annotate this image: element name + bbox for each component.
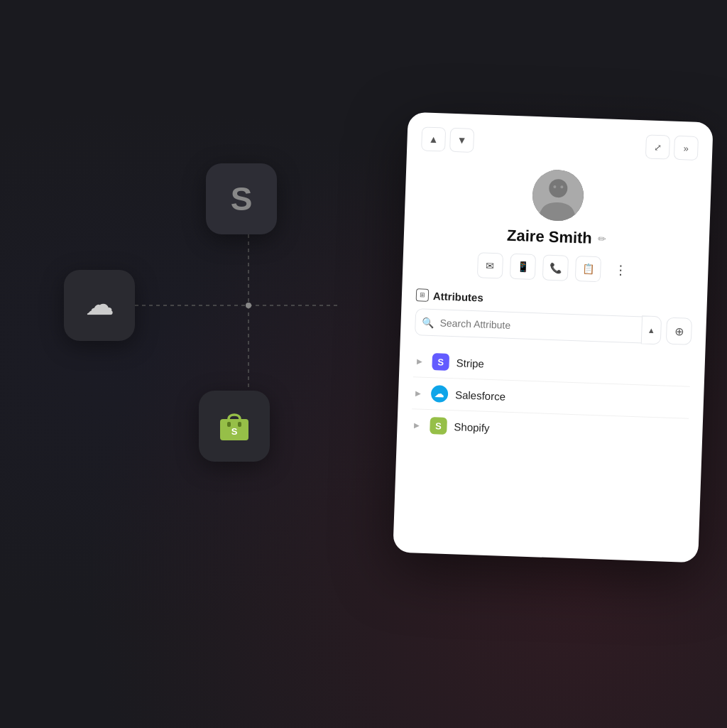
chevron-right-icon: ▶ — [417, 357, 422, 365]
chevron-up-icon: ▲ — [428, 134, 438, 145]
nav-up-button[interactable]: ▲ — [421, 126, 446, 151]
search-wrapper: 🔍 ▲ — [415, 308, 661, 344]
mobile-icon: 📱 — [517, 261, 530, 273]
avatar — [532, 169, 584, 222]
phone-button[interactable]: 📞 — [542, 254, 569, 281]
nav-down-button[interactable]: ▼ — [449, 128, 474, 153]
attributes-title: Attributes — [433, 290, 483, 303]
stripe-logo: S — [432, 353, 449, 371]
icons-container: ☁ S S — [43, 156, 312, 497]
search-input[interactable] — [415, 308, 661, 344]
note-button[interactable]: 📋 — [575, 256, 601, 282]
svg-rect-5 — [227, 422, 231, 427]
card-top-actions: ⤢ » — [645, 134, 699, 161]
chevron-down-icon: ▼ — [457, 134, 466, 146]
profile-section: Zaire Smith ✏ ✉ 📱 📞 📋 ⋮ — [417, 165, 697, 286]
avatar-image — [532, 169, 584, 222]
attributes-section: ⊞ Attributes 🔍 ▲ ⊕ ▶ S Stripe ▶ ☁ Salesf… — [411, 288, 693, 450]
chevron-right-icon-2: ▶ — [415, 389, 421, 397]
salesforce-logo: ☁ — [431, 385, 449, 403]
phone-icon: 📞 — [550, 262, 562, 274]
stripe-s-icon: S — [231, 180, 253, 218]
edit-icon[interactable]: ✏ — [598, 233, 607, 244]
email-button[interactable]: ✉ — [477, 252, 503, 278]
add-attribute-button[interactable]: ⊕ — [666, 317, 692, 345]
profile-card: ▲ ▼ ⤢ » — [393, 112, 713, 563]
mobile-button[interactable]: 📱 — [510, 254, 536, 280]
shopify-icon-card: S — [199, 391, 270, 462]
stripe-label: Stripe — [456, 357, 484, 369]
cloud-icon: ☁ — [86, 290, 113, 321]
email-icon: ✉ — [486, 260, 495, 271]
svg-text:S: S — [231, 426, 238, 437]
attributes-header: ⊞ Attributes — [416, 288, 693, 311]
add-icon: ⊕ — [674, 324, 684, 337]
svg-rect-6 — [238, 422, 241, 427]
expand-button[interactable]: ⤢ — [645, 134, 670, 159]
profile-name: Zaire Smith — [507, 227, 593, 248]
search-row: 🔍 ▲ ⊕ — [415, 308, 692, 345]
card-nav: ▲ ▼ — [421, 126, 474, 153]
search-icon: 🔍 — [422, 317, 434, 329]
search-collapse-button[interactable]: ▲ — [641, 315, 662, 344]
profile-actions: ✉ 📱 📞 📋 ⋮ — [477, 252, 634, 283]
expand-icon: ⤢ — [654, 141, 662, 152]
salesforce-icon-card: ☁ — [64, 270, 135, 341]
more-button[interactable]: ⋮ — [608, 257, 634, 283]
skip-button[interactable]: » — [674, 136, 699, 161]
profile-name-row: Zaire Smith ✏ — [507, 227, 607, 249]
shopify-bag-icon: S — [214, 406, 254, 446]
stripe-icon-card: S — [206, 163, 277, 234]
chevron-right-icon-3: ▶ — [414, 421, 420, 429]
attributes-icon: ⊞ — [416, 288, 430, 302]
salesforce-label: Salesforce — [455, 389, 505, 402]
skip-icon: » — [684, 143, 689, 153]
note-icon: 📋 — [582, 263, 595, 275]
shopify-label: Shopify — [454, 420, 490, 434]
shopify-logo: S — [430, 417, 447, 435]
